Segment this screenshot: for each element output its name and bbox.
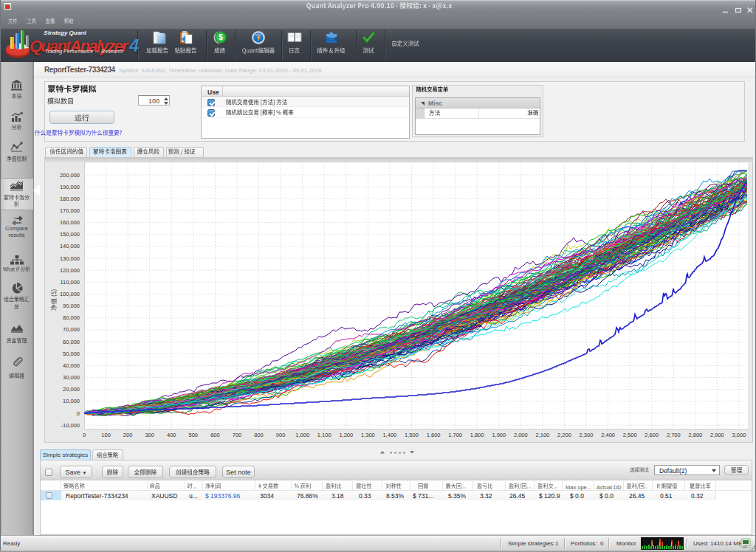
svg-text:$: $ (219, 33, 223, 41)
